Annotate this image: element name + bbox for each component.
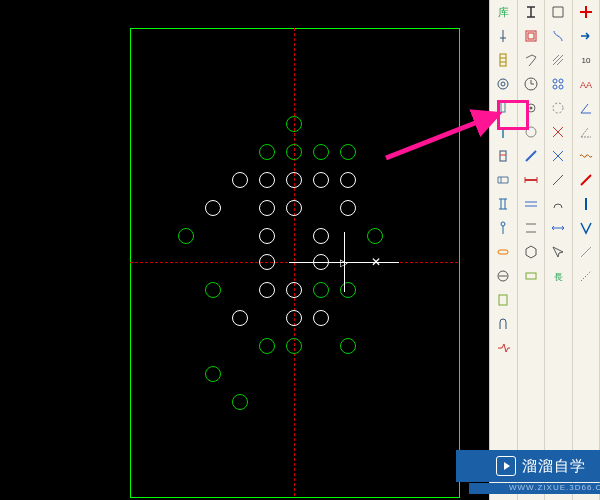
- watermark-url: WWW.ZIXUE.3D66.COM: [469, 483, 600, 494]
- pattern-dot: [205, 282, 221, 298]
- pattern-dot: [232, 310, 248, 326]
- tool-nut[interactable]: [518, 240, 545, 264]
- tool-line-red[interactable]: [573, 168, 600, 192]
- pattern-dot: [286, 172, 302, 188]
- tool-screw[interactable]: [490, 96, 517, 120]
- tool-frame[interactable]: [518, 24, 545, 48]
- tool-column[interactable]: [490, 48, 517, 72]
- tool-column-3: 長: [545, 0, 573, 500]
- toolbox-panel: 库 長 10AA: [489, 0, 600, 500]
- tool-clock-target[interactable]: [518, 72, 545, 96]
- svg-rect-34: [526, 273, 536, 279]
- pattern-dot: [313, 172, 329, 188]
- svg-rect-13: [498, 250, 508, 254]
- tool-null: [573, 288, 600, 312]
- svg-line-25: [526, 151, 536, 161]
- tool-angle[interactable]: [573, 96, 600, 120]
- tool-dash-circle[interactable]: [545, 96, 572, 120]
- pattern-dot: [286, 116, 302, 132]
- pattern-dot: [313, 310, 329, 326]
- tool-sbeam[interactable]: [545, 24, 572, 48]
- tool-vee[interactable]: [573, 216, 600, 240]
- pattern-dot: [205, 366, 221, 382]
- tool-ibeam[interactable]: [518, 0, 545, 24]
- svg-point-36: [559, 79, 563, 83]
- tool-circle-grid[interactable]: [545, 72, 572, 96]
- tool-hammer[interactable]: [518, 48, 545, 72]
- svg-line-44: [553, 175, 563, 185]
- tool-beam3[interactable]: [518, 264, 545, 288]
- pattern-dot: [340, 172, 356, 188]
- svg-point-23: [529, 107, 532, 110]
- pattern-dot: [259, 254, 275, 270]
- svg-marker-33: [526, 246, 536, 258]
- tool-text[interactable]: AA: [573, 72, 600, 96]
- pattern-dot: [286, 310, 302, 326]
- tool-tbar[interactable]: [490, 120, 517, 144]
- watermark-badge: 溜溜自学: [456, 450, 600, 482]
- tool-vline-blue[interactable]: [573, 192, 600, 216]
- pattern-dot: [340, 282, 356, 298]
- cad-canvas[interactable]: ✕ ▷: [0, 0, 490, 500]
- svg-line-53: [581, 247, 591, 257]
- svg-line-51: [581, 175, 591, 185]
- cursor-x-mark: ✕: [371, 255, 381, 269]
- tool-ubolt[interactable]: [490, 312, 517, 336]
- tool-hbeam[interactable]: [545, 0, 572, 24]
- tool-joint[interactable]: [490, 336, 517, 360]
- tool-cross2[interactable]: [545, 144, 572, 168]
- tool-wave[interactable]: [573, 144, 600, 168]
- svg-text:库: 库: [498, 6, 509, 18]
- tool-arrow-r[interactable]: [573, 24, 600, 48]
- svg-point-39: [553, 103, 563, 113]
- tool-slot[interactable]: [490, 240, 517, 264]
- tool-angle-dash[interactable]: [573, 120, 600, 144]
- pattern-dot: [205, 200, 221, 216]
- tool-line[interactable]: [545, 168, 572, 192]
- tool-hatch[interactable]: [545, 48, 572, 72]
- svg-text:AA: AA: [580, 80, 592, 90]
- pattern-dot: [178, 228, 194, 244]
- tool-dim[interactable]: [545, 216, 572, 240]
- tool-meas[interactable]: 長: [545, 264, 572, 288]
- tool-库[interactable]: 库: [490, 0, 517, 24]
- svg-point-35: [553, 79, 557, 83]
- tool-column-1: 库: [490, 0, 518, 500]
- tool-dbl[interactable]: [518, 216, 545, 240]
- tool-slash[interactable]: [518, 144, 545, 168]
- tool-null: [518, 312, 545, 336]
- pattern-dot: [286, 282, 302, 298]
- tool-null: [518, 336, 545, 360]
- pattern-dot: [259, 172, 275, 188]
- tool-spring[interactable]: [490, 72, 517, 96]
- svg-point-11: [501, 222, 505, 226]
- tool-hex[interactable]: [490, 264, 517, 288]
- tool-bracket[interactable]: [490, 288, 517, 312]
- pattern-dot: [340, 338, 356, 354]
- svg-line-54: [581, 271, 591, 281]
- tool-hbar2[interactable]: [518, 192, 545, 216]
- tool-pointer[interactable]: [545, 240, 572, 264]
- tool-pin[interactable]: [490, 24, 517, 48]
- tool-line-gray[interactable]: [573, 240, 600, 264]
- tool-stud[interactable]: [490, 216, 517, 240]
- tool-null: [545, 288, 572, 312]
- tool-gear-alt[interactable]: [518, 120, 545, 144]
- tool-cross[interactable]: [545, 120, 572, 144]
- tool-line-dot[interactable]: [573, 264, 600, 288]
- pattern-dot: [259, 282, 275, 298]
- tool-cap[interactable]: [545, 192, 572, 216]
- tool-bolt[interactable]: [490, 144, 517, 168]
- tool-gear[interactable]: [518, 96, 545, 120]
- pattern-dot: [313, 228, 329, 244]
- tool-flange[interactable]: [490, 192, 517, 216]
- tool-hbar[interactable]: [518, 168, 545, 192]
- tool-label10[interactable]: 10: [573, 48, 600, 72]
- tool-null: [545, 312, 572, 336]
- pattern-dot: [340, 144, 356, 160]
- tool-plus-red[interactable]: [573, 0, 600, 24]
- pattern-dot: [232, 394, 248, 410]
- play-icon: [496, 456, 516, 476]
- svg-point-37: [553, 85, 557, 89]
- tool-connector[interactable]: [490, 168, 517, 192]
